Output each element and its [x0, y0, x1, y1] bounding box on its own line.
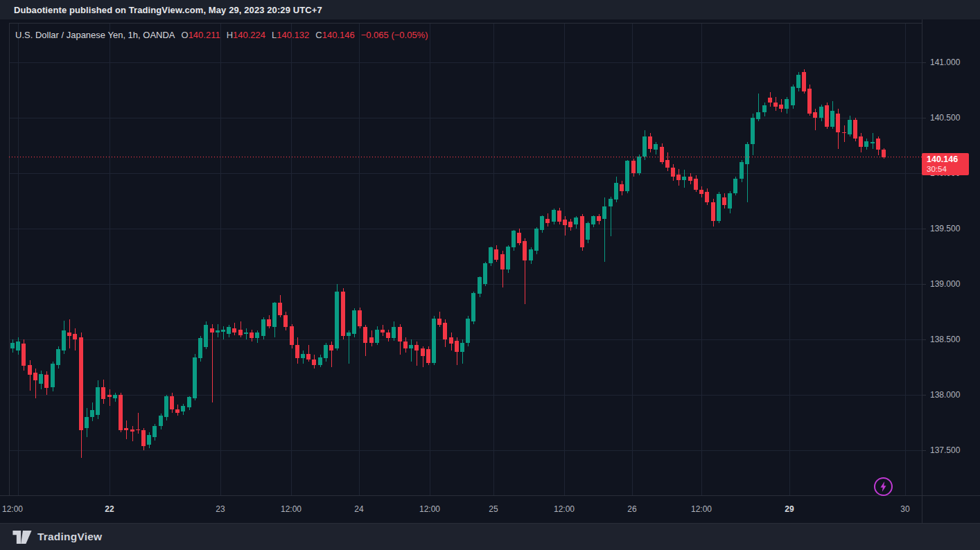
candle-body	[756, 112, 760, 119]
time-label: 22	[105, 504, 114, 514]
candle-body	[39, 374, 43, 384]
candle-body	[386, 332, 390, 338]
candle-body	[642, 136, 647, 157]
candle-body	[62, 330, 66, 351]
candle-body	[244, 332, 248, 334]
candle-body	[460, 343, 464, 352]
candle-body	[136, 429, 140, 431]
candle-body	[33, 373, 37, 380]
candle-body	[10, 343, 15, 348]
candle-body	[859, 136, 863, 146]
candle-body	[341, 292, 345, 336]
candle-body	[745, 144, 749, 164]
candle-body	[802, 72, 806, 91]
candle-body	[751, 118, 755, 144]
candle-body	[779, 105, 783, 109]
candle-body	[414, 345, 419, 351]
candle-body	[876, 139, 880, 150]
candle-body	[853, 120, 857, 139]
time-label: 29	[785, 504, 794, 514]
candle-body	[283, 315, 288, 328]
candle-body	[335, 292, 339, 348]
candle-body	[625, 161, 629, 190]
candle-body	[568, 222, 572, 227]
change-text: −0.065 (−0.05%)	[361, 30, 428, 40]
time-label: 30	[900, 504, 909, 514]
chart-legend[interactable]: U.S. Dollar / Japanese Yen, 1h, OANDA O1…	[15, 30, 428, 40]
candle-body	[563, 220, 567, 225]
candle-body	[511, 231, 516, 247]
candle-body	[813, 112, 817, 118]
candle-body	[791, 87, 795, 105]
candle-body	[51, 364, 55, 387]
candle-body	[848, 120, 852, 134]
candle-body	[671, 168, 675, 177]
candle-body	[455, 341, 459, 352]
candle-body	[159, 416, 163, 425]
candle-body	[79, 337, 83, 430]
candle-body	[609, 199, 613, 206]
candle-body	[295, 345, 299, 358]
candle-body	[312, 360, 316, 365]
candle-body	[517, 233, 521, 242]
candle-body	[449, 337, 453, 344]
ohlc-open: O140.211	[182, 30, 220, 40]
candle-body	[96, 387, 100, 415]
candle-body	[347, 332, 351, 336]
candle-body	[278, 303, 282, 315]
candle-body	[73, 334, 77, 339]
candle-body	[56, 349, 60, 364]
candle-body	[830, 111, 834, 126]
candle-body	[733, 179, 737, 193]
candle-body	[443, 323, 447, 339]
bar-countdown: 30:54	[927, 165, 969, 174]
candle-body	[483, 263, 487, 284]
tradingview-logo[interactable]	[12, 531, 32, 544]
tradingview-published-chart: Dubaotiente published on TradingView.com…	[0, 0, 980, 550]
candle-body	[261, 319, 265, 336]
price-label: 140.500	[930, 113, 960, 123]
candle-body	[204, 325, 208, 347]
price-label: 137.500	[930, 445, 960, 455]
candle-body	[318, 357, 322, 365]
chart-region[interactable]: U.S. Dollar / Japanese Yen, 1h, OANDA O1…	[0, 19, 980, 523]
brand-name[interactable]: TradingView	[37, 531, 102, 543]
candle-body	[825, 105, 829, 126]
candle-body	[141, 430, 146, 445]
candle-body	[409, 345, 413, 348]
candlestick-chart[interactable]	[0, 19, 980, 523]
candle-body	[216, 330, 220, 332]
candle-body	[534, 229, 539, 251]
candle-body	[221, 330, 225, 332]
candle-body	[426, 349, 430, 362]
candle-body	[164, 396, 168, 417]
symbol-title[interactable]: U.S. Dollar / Japanese Yen, 1h, OANDA	[15, 30, 175, 40]
candle-body	[676, 175, 681, 180]
candle-body	[403, 341, 408, 348]
candle-body	[119, 395, 123, 430]
candle-body	[170, 396, 174, 409]
candle-body	[807, 89, 812, 113]
candle-body	[660, 147, 664, 162]
candle-body	[836, 114, 840, 132]
time-label: 12:00	[281, 504, 301, 514]
candle-body	[67, 332, 71, 336]
lightning-button[interactable]	[874, 477, 893, 496]
candle-body	[147, 435, 151, 445]
candle-body	[614, 183, 618, 199]
candle-body	[466, 319, 470, 343]
candle-body	[620, 184, 624, 191]
candle-body	[842, 132, 846, 134]
candle-body	[688, 177, 692, 181]
candle-body	[324, 345, 328, 358]
candle-body	[580, 216, 584, 247]
candle-body	[392, 327, 396, 338]
candle-body	[597, 216, 601, 220]
candle-body	[870, 142, 875, 143]
ohlc-low: L140.132	[272, 30, 309, 40]
candle-body	[255, 332, 259, 338]
candle-body	[290, 326, 294, 345]
candle-body	[882, 150, 886, 157]
footer-bar: TradingView	[0, 523, 980, 550]
candle-body	[187, 397, 191, 407]
